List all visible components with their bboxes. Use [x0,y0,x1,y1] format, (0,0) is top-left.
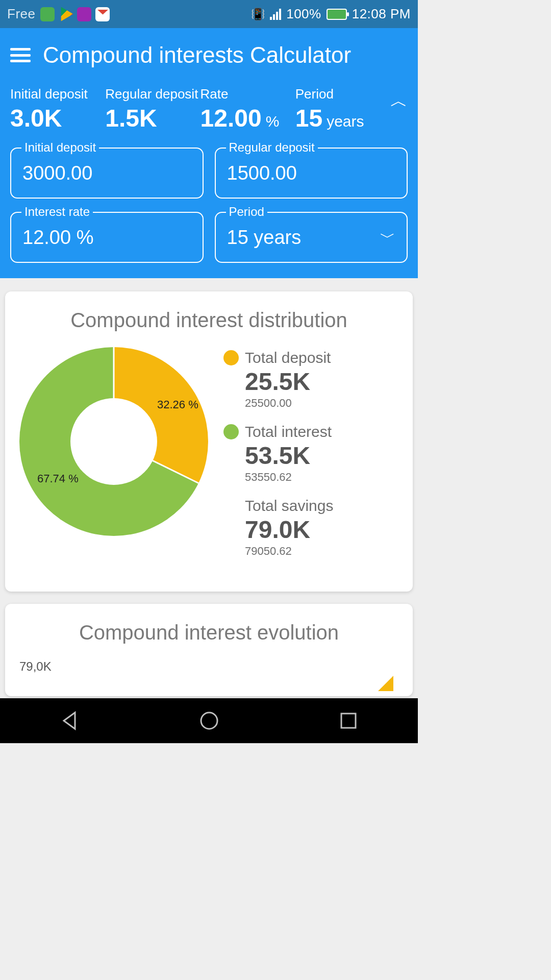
svg-point-0 [201,713,217,729]
carrier-label: Free [7,6,35,22]
summary-unit: years [327,113,364,130]
field-label: Interest rate [21,205,93,219]
legend-name: Total savings [245,497,333,514]
recent-apps-button[interactable] [337,709,360,732]
legend-small-value: 79050.62 [245,545,398,558]
battery-icon [327,9,347,20]
app-header: Compound interests Calculator Initial de… [0,28,418,278]
legend-small-value: 53550.62 [245,471,398,484]
status-bar: Free 📳 100% 12:08 PM [0,0,418,28]
legend-big-value: 25.5K [245,368,398,396]
field-label: Initial deposit [21,140,99,155]
legend-total-deposit: Total deposit 25.5K 25500.00 [223,349,398,410]
evolution-chart [19,676,398,691]
legend-name: Total interest [245,423,332,440]
evolution-y-top-label: 79,0K [19,659,398,674]
legend-dot-spacer [223,498,239,513]
field-value: 3000.00 [22,162,92,184]
legend-big-value: 53.5K [245,442,398,470]
interest-rate-field[interactable]: Interest rate 12.00 % [10,212,204,263]
slice-deposit-label: 32.26 % [157,398,198,411]
summary-value: 3.0K [10,104,62,132]
play-store-icon [59,7,73,21]
status-app-icons [40,7,110,21]
legend-total-interest: Total interest 53.5K 53550.62 [223,423,398,484]
regular-deposit-field[interactable]: Regular deposit 1500.00 [215,148,408,199]
legend-dot-icon [223,350,239,365]
field-label: Regular deposit [226,140,318,155]
chevron-down-icon: ﹀ [380,227,395,248]
vibrate-icon: 📳 [251,8,265,21]
back-button[interactable] [59,709,81,732]
distribution-title: Compound interest distribution [19,309,398,332]
chevron-up-icon[interactable]: ︿ [390,86,408,113]
field-value: 12.00 % [22,227,93,249]
status-time: 12:08 PM [352,6,411,22]
svg-rect-1 [341,714,356,728]
home-button[interactable] [198,709,220,732]
legend-dot-icon [223,424,239,439]
evolution-card: Compound interest evolution 79,0K [5,604,413,696]
field-value: 1500.00 [227,162,297,184]
summary-row: Initial deposit 3.0K Regular deposit 1.5… [10,86,408,132]
summary-value: 15 [295,104,322,132]
distribution-card: Compound interest distribution 32.26 % 6… [5,291,413,592]
notification-icon [40,7,55,21]
field-label: Period [226,205,267,219]
legend-name: Total deposit [245,349,331,366]
period-field[interactable]: Period 15 years ﹀ [215,212,408,263]
summary-period: Period 15years [295,86,390,132]
summary-label: Period [295,86,390,102]
summary-regular-deposit: Regular deposit 1.5K [105,86,200,132]
legend-big-value: 79.0K [245,516,398,544]
evolution-title: Compound interest evolution [19,621,398,644]
field-value: 15 years [227,227,302,249]
signal-icon [270,9,281,20]
summary-label: Regular deposit [105,86,200,102]
summary-initial-deposit: Initial deposit 3.0K [10,86,105,132]
battery-percent: 100% [286,6,321,22]
gmail-icon [95,7,110,21]
nav-bar [0,698,418,743]
legend-small-value: 25500.00 [245,397,398,410]
summary-value: 1.5K [105,104,157,132]
initial-deposit-field[interactable]: Initial deposit 3000.00 [10,148,204,199]
page-title: Compound interests Calculator [43,42,351,68]
summary-label: Initial deposit [10,86,105,102]
gallery-icon [77,7,91,21]
summary-label: Rate [201,86,295,102]
summary-value: 12.00 [201,104,262,132]
legend-total-savings: Total savings 79.0K 79050.62 [223,497,398,558]
slice-interest-label: 67.74 % [37,472,79,485]
donut-chart: 32.26 % 67.74 % [19,347,208,536]
summary-rate: Rate 12.00% [201,86,295,132]
summary-unit: % [266,113,280,130]
menu-icon[interactable] [10,48,31,62]
